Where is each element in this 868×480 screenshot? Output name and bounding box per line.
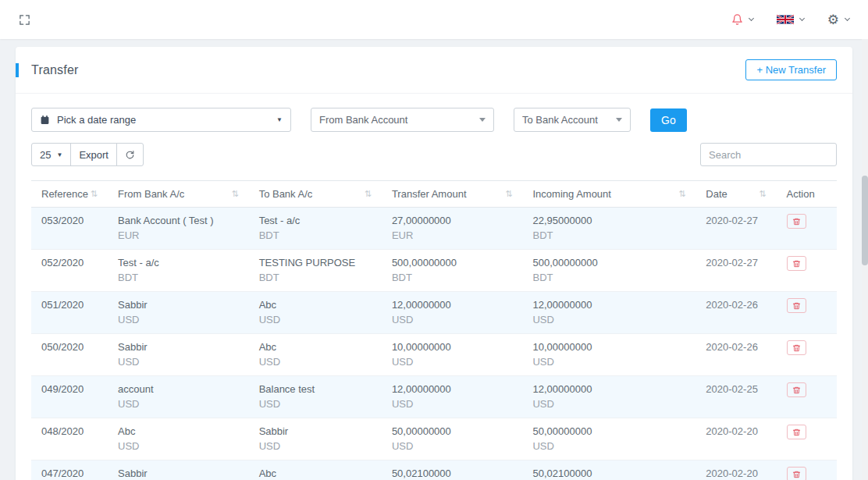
export-button[interactable]: Export — [70, 143, 117, 166]
table-header-row: Reference⇅From Bank A/c⇅To Bank A/c⇅Tran… — [31, 181, 837, 208]
column-label: Action — [787, 188, 815, 200]
language-menu[interactable] — [777, 15, 804, 24]
new-transfer-button[interactable]: + New Transfer — [745, 59, 837, 80]
from-account-name: Test - a/c — [118, 256, 218, 270]
search-input[interactable] — [700, 143, 837, 166]
sort-icon[interactable]: ⇅ — [91, 189, 98, 199]
table-actions-group: 25 ▼ Export — [31, 143, 144, 166]
uk-flag-icon — [777, 15, 794, 24]
reference-cell: 051/2020 — [31, 292, 108, 334]
from-account-name: Sabbir — [118, 467, 218, 480]
notifications-menu[interactable] — [731, 13, 753, 26]
to-account-cell: Test - a/c BDT — [249, 208, 382, 250]
transfer-amount-currency: USD — [392, 397, 513, 411]
sort-icon[interactable]: ⇅ — [759, 189, 766, 199]
to-account-name: Abc — [259, 340, 359, 354]
date-value: 2020-02-20 — [706, 425, 758, 437]
table-row: 053/2020 Bank Account ( Test ) EUR Test … — [31, 208, 837, 250]
delete-button[interactable] — [787, 214, 806, 229]
gear-icon: ⚙ — [827, 13, 839, 27]
reference-cell: 052/2020 — [31, 250, 108, 292]
date-value: 2020-02-26 — [706, 299, 758, 311]
column-header-date[interactable]: Date⇅ — [695, 181, 776, 208]
incoming-amount-cell: 500,00000000 BDT — [522, 250, 695, 292]
from-account-name: Sabbir — [118, 340, 218, 354]
trash-icon — [792, 217, 801, 226]
settings-menu[interactable]: ⚙ — [827, 13, 849, 27]
incoming-amount-cell: 50,02100000 — [522, 460, 695, 480]
from-account-cell: Abc USD — [108, 418, 249, 460]
delete-button[interactable] — [787, 425, 806, 439]
column-header-to-bank-a-c[interactable]: To Bank A/c⇅ — [249, 181, 382, 208]
from-account-cell: Test - a/c BDT — [108, 250, 249, 292]
date-range-picker[interactable]: Pick a date range ▼ — [31, 108, 291, 132]
to-account-name: Abc — [259, 298, 359, 312]
reference-value: 049/2020 — [41, 383, 84, 395]
table-row: 052/2020 Test - a/c BDT TESTING PURPOSE … — [31, 250, 837, 292]
transfer-amount-cell: 27,00000000 EUR — [382, 208, 523, 250]
to-account-currency: BDT — [259, 229, 372, 243]
trash-icon — [792, 301, 801, 311]
delete-button[interactable] — [787, 298, 806, 313]
column-label: Transfer Amount — [392, 188, 467, 200]
scrollbar-track[interactable] — [862, 39, 868, 480]
column-header-incoming-amount[interactable]: Incoming Amount⇅ — [522, 181, 695, 208]
delete-button[interactable] — [787, 340, 806, 355]
chevron-down-icon — [749, 15, 754, 20]
reference-cell: 049/2020 — [31, 376, 108, 418]
delete-button[interactable] — [787, 256, 806, 271]
to-account-cell: Abc USD — [249, 334, 382, 376]
refresh-button[interactable] — [116, 143, 144, 166]
date-value: 2020-02-27 — [706, 215, 758, 226]
from-account-cell: Bank Account ( Test ) EUR — [108, 208, 249, 250]
fullscreen-icon — [19, 14, 30, 26]
from-account-name: Bank Account ( Test ) — [118, 214, 218, 228]
trash-icon — [792, 428, 801, 437]
sort-icon[interactable]: ⇅ — [505, 189, 512, 199]
delete-button[interactable] — [787, 467, 806, 480]
column-label: Reference — [41, 188, 88, 200]
date-cell: 2020-02-26 — [695, 292, 776, 334]
card-header: Transfer + New Transfer — [16, 47, 852, 94]
from-account-cell: account USD — [108, 376, 249, 418]
incoming-amount-value: 12,00000000 — [532, 382, 685, 396]
sort-icon[interactable]: ⇅ — [231, 189, 238, 199]
date-value: 2020-02-25 — [706, 383, 758, 395]
transfer-amount-currency: USD — [392, 439, 513, 453]
column-header-reference[interactable]: Reference⇅ — [31, 181, 108, 208]
action-cell — [777, 418, 837, 460]
incoming-amount-value: 22,95000000 — [532, 214, 685, 228]
to-account-cell: Sabbir USD — [249, 418, 382, 460]
from-bank-select[interactable]: From Bank Account — [311, 108, 494, 132]
incoming-amount-value: 12,00000000 — [532, 298, 685, 312]
from-account-currency: USD — [118, 313, 239, 327]
from-account-name: Sabbir — [118, 298, 218, 312]
transfer-amount-cell: 10,00000000 USD — [382, 334, 523, 376]
go-button[interactable]: Go — [650, 108, 687, 132]
date-value: 2020-02-20 — [706, 468, 758, 479]
to-account-currency: USD — [259, 397, 372, 411]
column-header-transfer-amount[interactable]: Transfer Amount⇅ — [382, 181, 523, 208]
to-bank-select[interactable]: To Bank Account — [514, 108, 631, 132]
caret-down-icon: ▼ — [56, 151, 62, 158]
trash-icon — [792, 470, 801, 479]
delete-button[interactable] — [787, 382, 806, 397]
to-account-cell: Abc USD — [249, 292, 382, 334]
column-header-from-bank-a-c[interactable]: From Bank A/c⇅ — [108, 181, 249, 208]
to-account-currency: USD — [259, 439, 372, 453]
date-cell: 2020-02-20 — [695, 460, 776, 480]
to-account-currency: USD — [259, 355, 372, 369]
transfer-amount-cell: 12,00000000 USD — [382, 292, 523, 334]
from-account-cell: Sabbir USD — [108, 334, 249, 376]
sort-icon[interactable]: ⇅ — [678, 189, 685, 199]
sort-icon[interactable]: ⇅ — [365, 189, 372, 199]
to-account-name: Test - a/c — [259, 214, 359, 228]
bell-icon — [731, 13, 743, 26]
caret-down-icon: ▼ — [276, 116, 283, 123]
transfer-amount-value: 50,00000000 — [392, 425, 513, 439]
page-size-select[interactable]: 25 ▼ — [31, 143, 71, 166]
fullscreen-toggle[interactable] — [19, 14, 30, 26]
scrollbar-thumb[interactable] — [862, 176, 868, 265]
trash-icon — [792, 386, 801, 395]
action-cell — [777, 376, 837, 418]
